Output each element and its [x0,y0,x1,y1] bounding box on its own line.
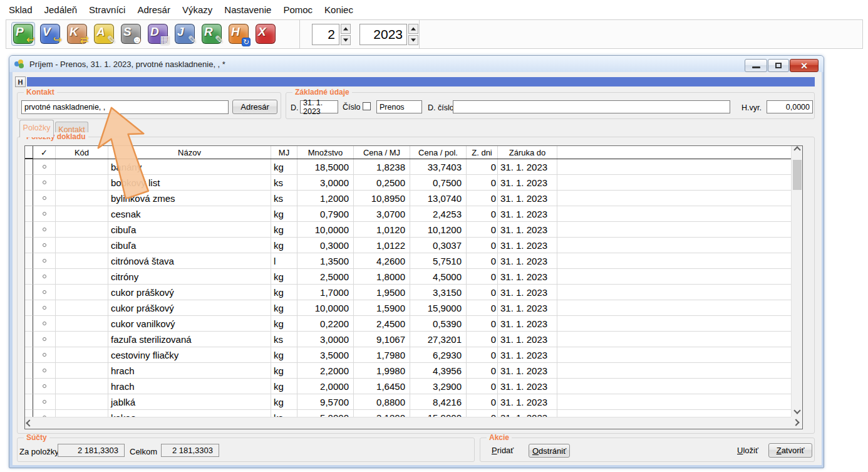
year-value[interactable]: 2023 [359,24,407,45]
cell-zaruka-do: 31. 1. 2023 [498,253,557,269]
jedalen-button[interactable]: J✎ [173,22,197,46]
scrollbar-corner[interactable] [791,417,802,429]
table-row[interactable]: cibuľakg10,00001,012010,1200031. 1. 2023 [25,222,802,238]
month-up-button[interactable] [341,24,351,34]
month-spinner[interactable]: 2 [312,24,351,45]
column-header-cenamj[interactable]: Cena / MJ [354,146,410,159]
table-row[interactable]: cestoviny fliačkykg3,50001,79806,2930031… [25,347,802,363]
close-button[interactable]: ✕ [790,59,819,72]
toolbar-icons: P↩V↪K⇄A✎S☻D▦J✎R✎H↻X [11,22,277,46]
ulozit-button[interactable]: Uložiť [737,446,758,455]
column-header-kod[interactable]: Kód [56,146,108,159]
month-value[interactable]: 2 [312,24,339,45]
recepty-button[interactable]: R✎ [200,22,224,46]
adresar-button[interactable]: A✎ [92,22,116,46]
table-row[interactable]: citrónová štaval1,35004,26005,7510031. 1… [25,253,802,269]
menu-item-stravnici[interactable]: Stravníci [89,4,125,15]
cell-mnozstvo: 2,0000 [297,379,354,394]
cislo-checkbox[interactable] [363,102,371,110]
table-row[interactable]: jablkákg9,57000,88008,4216031. 1. 2023 [25,394,802,410]
scroll-left-icon[interactable] [26,419,33,426]
help-icon: H↻ [229,24,249,44]
record-marker-icon [43,196,46,200]
scroll-right-icon[interactable] [792,419,799,426]
column-header-mnozstvo[interactable]: Množstvo [297,146,354,159]
cell-cena-pol: 5,7510 [410,253,467,269]
adresar-button[interactable]: Adresár [232,100,277,114]
table-row[interactable]: bylinková zmesks1,200010,895013,0740031.… [25,191,802,206]
cell-mj: ks [271,332,297,347]
column-header-cenapol.[interactable]: Cena / pol. [410,146,467,159]
stravnici-button[interactable]: S☻ [119,22,143,46]
table-row[interactable]: citrónykg2,50001,80004,5000031. 1. 2023 [25,269,802,285]
menu-item-adresar[interactable]: Adresár [137,4,170,15]
cell-cena-pol: 15,9000 [410,300,467,316]
month-down-button[interactable] [341,35,351,45]
window-titlebar[interactable]: Príjem - Prenos, 31. 1. 2023, prvotné na… [9,56,824,72]
cell-nazov: banány [108,159,271,175]
prijem-button[interactable]: P↩ [11,22,35,46]
column-header-check[interactable]: ✓ [33,146,56,159]
d-label: D. [291,103,299,112]
hvyr-field[interactable]: 0,0000 [767,100,813,113]
cell-z-dni: 0 [467,238,498,253]
cell-z-dni: 0 [467,363,498,379]
table-row[interactable]: cibuľakg0,30001,01220,3037031. 1. 2023 [25,238,802,253]
table-row[interactable]: cukor práškovýkg10,00001,590015,9000031.… [25,300,802,316]
menu-item-pomoc[interactable]: Pomoc [283,4,313,15]
date-field[interactable]: 31. 1. 2023 [300,100,338,113]
window-icon [14,60,26,69]
dochadzka-button[interactable]: D▦ [146,22,170,46]
cell-kod [56,269,108,285]
korekcia-button[interactable]: K⇄ [65,22,89,46]
menu-item-vykazy[interactable]: Výkazy [182,4,212,15]
cell-mnozstvo: 3,5000 [297,347,354,363]
scroll-down-icon[interactable] [793,407,800,414]
pridat-button[interactable]: Pridať [492,446,514,455]
horizontal-scrollbar[interactable] [25,417,792,429]
maximize-button[interactable] [768,59,789,72]
cell-cena-mj: 1,8238 [354,159,410,175]
table-row[interactable]: bobkový listks3,00000,25000,7500031. 1. … [25,175,802,191]
vydaj-button[interactable]: V↪ [38,22,62,46]
cell-cena-mj: 1,5900 [354,300,410,316]
scroll-up-icon[interactable] [793,146,800,153]
table-row[interactable]: banánykg18,50001,823833,7403031. 1. 2023 [25,159,802,175]
odstranit-button[interactable]: Odstrániť [529,444,570,458]
year-up-button[interactable] [408,24,418,34]
table-row[interactable]: cukor vanilkovýkg0,22002,45000,5390031. … [25,316,802,332]
table-row[interactable]: fazuľa sterilizovanáks3,00009,106727,320… [25,332,802,347]
menu-item-sklad[interactable]: Sklad [9,4,33,15]
h-toolbar-button[interactable]: H [15,76,26,87]
d-cislo-field[interactable] [453,100,730,113]
zatvorit-button[interactable]: Zatvoriť [768,443,812,458]
cell-filler [557,347,802,363]
minimize-button[interactable] [745,59,767,72]
year-spinner[interactable]: 2023 [359,24,418,45]
exit-button[interactable]: X [254,22,277,46]
menu-item-jedalen[interactable]: Jedáleň [44,4,78,15]
column-header-zarukado[interactable]: Záruka do [498,146,557,159]
column-header-mj[interactable]: MJ [271,146,297,159]
table-row[interactable]: hrachkg2,00001,64503,2900031. 1. 2023 [25,379,802,394]
table-row[interactable]: hrachkg2,20001,99804,3956031. 1. 2023 [25,363,802,379]
kontakt-input[interactable]: prvotné naskladnenie, , [21,100,229,114]
vertical-scroll-thumb[interactable] [793,160,802,190]
cell-cena-mj: 10,8950 [354,191,410,206]
help-button[interactable]: H↻ [227,22,251,46]
year-down-button[interactable] [408,35,418,45]
column-header-z.dni[interactable]: Z. dni [467,146,498,159]
record-marker-icon [43,337,46,341]
cell-z-dni: 0 [467,316,498,332]
menu-item-nastavenie[interactable]: Nastavenie [224,4,271,15]
cell-z-dni: 0 [467,253,498,269]
vertical-scrollbar[interactable] [791,146,802,418]
cell-filler [557,269,802,285]
table-row[interactable]: cukor práškovýkg1,70001,95003,3150031. 1… [25,285,802,300]
column-header-nazov[interactable]: Názov [108,146,271,159]
typ-field[interactable]: Prenos [376,100,422,113]
tab-polozky[interactable]: Položky [19,120,54,137]
table-row[interactable]: cesnakkg0,79003,07002,4253031. 1. 2023 [25,206,802,222]
menu-item-koniec[interactable]: Koniec [324,4,353,15]
cell-cena-mj: 1,0120 [354,222,410,238]
